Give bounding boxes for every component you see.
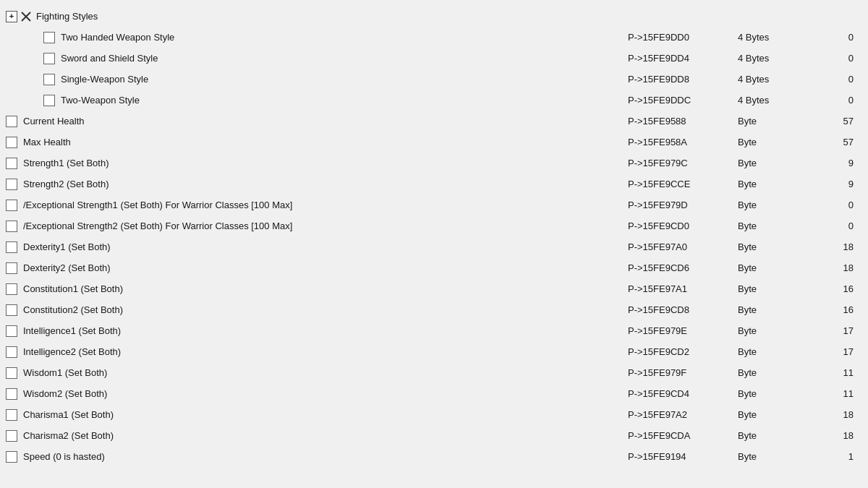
expand-icon[interactable]: + [6, 11, 17, 22]
checkbox[interactable] [43, 53, 55, 64]
row-address: P->15FE9CD0 [622, 216, 738, 236]
tree-row[interactable]: Two-Weapon Style P->15FE9DDC 4 Bytes 0 [0, 90, 868, 111]
row-type: 4 Bytes [738, 48, 810, 68]
row-label: Single-Weapon Style [58, 69, 622, 89]
row-type: Byte [738, 237, 810, 257]
row-address: P->15FE97A0 [622, 237, 738, 257]
row-label: Intelligence2 (Set Both) [20, 342, 622, 361]
row-value: 1 [810, 447, 868, 466]
checkbox[interactable] [6, 116, 17, 127]
row-type: Byte [738, 174, 810, 194]
row-value: 0 [810, 48, 868, 68]
checkbox[interactable] [6, 451, 17, 463]
tree-row[interactable]: Sword and Shield Style P->15FE9DD4 4 Byt… [0, 48, 868, 69]
row-value: 0 [810, 90, 868, 110]
row-address: P->15FE958A [622, 132, 738, 152]
tree-row[interactable]: Constitution2 (Set Both) P->15FE9CD8 Byt… [0, 299, 868, 320]
checkbox[interactable] [6, 325, 17, 337]
tree-row[interactable]: Intelligence2 (Set Both) P->15FE9CD2 Byt… [0, 341, 868, 362]
checkbox[interactable] [6, 241, 17, 253]
row-label: Current Health [20, 111, 622, 131]
tree-row[interactable]: Wisdom1 (Set Both) P->15FE979F Byte 11 [0, 362, 868, 383]
tree-row[interactable]: Wisdom2 (Set Both) P->15FE9CD4 Byte 11 [0, 383, 868, 404]
row-value: 0 [810, 216, 868, 236]
row-type: Byte [738, 363, 810, 382]
row-address: P->15FE9DD0 [622, 27, 738, 47]
checkbox[interactable] [6, 430, 17, 442]
row-value: 57 [810, 132, 868, 152]
tree-row[interactable]: Charisma1 (Set Both) P->15FE97A2 Byte 18 [0, 404, 868, 425]
tree-row[interactable]: Strength2 (Set Both) P->15FE9CCE Byte 9 [0, 174, 868, 194]
checkbox[interactable] [6, 158, 17, 169]
tree-row[interactable]: Charisma2 (Set Both) P->15FE9CDA Byte 18 [0, 425, 868, 446]
row-type: 4 Bytes [738, 27, 810, 47]
row-label: Dexterity2 (Set Both) [20, 258, 622, 278]
tree-row[interactable]: /Exceptional Strength1 (Set Both) For Wa… [0, 194, 868, 215]
row-address: P->15FE9CD8 [622, 300, 738, 320]
row-type: Byte [738, 342, 810, 361]
row-label: Sword and Shield Style [58, 48, 622, 68]
row-label: Charisma1 (Set Both) [20, 405, 622, 424]
row-value: 18 [810, 258, 868, 278]
row-address: P->15FE9CD4 [622, 384, 738, 403]
checkbox[interactable] [6, 283, 17, 295]
tree-row[interactable]: + Fighting Styles [0, 6, 868, 27]
row-label: Speed (0 is hasted) [20, 447, 622, 466]
tree-row[interactable]: Strength1 (Set Both) P->15FE979C Byte 9 [0, 153, 868, 174]
tree-row[interactable]: Max Health P->15FE958A Byte 57 [0, 132, 868, 153]
row-address: P->15FE979C [622, 153, 738, 173]
tree-row[interactable]: Dexterity1 (Set Both) P->15FE97A0 Byte 1… [0, 236, 868, 257]
row-value: 9 [810, 174, 868, 194]
checkbox[interactable] [43, 95, 55, 106]
row-address: P->15FE9CD6 [622, 258, 738, 278]
checkbox[interactable] [6, 179, 17, 190]
row-address: P->15FE979F [622, 363, 738, 382]
checkbox[interactable] [6, 367, 17, 379]
row-label: /Exceptional Strength1 (Set Both) For Wa… [20, 195, 622, 215]
checkbox[interactable] [6, 200, 17, 211]
row-type: Byte [738, 111, 810, 131]
row-label: Constitution1 (Set Both) [20, 279, 622, 299]
row-value: 0 [810, 69, 868, 89]
checkbox[interactable] [43, 74, 55, 85]
row-value: 17 [810, 342, 868, 361]
row-address: P->15FE97A1 [622, 279, 738, 299]
row-value: 18 [810, 237, 868, 257]
tree-row[interactable]: Dexterity2 (Set Both) P->15FE9CD6 Byte 1… [0, 257, 868, 278]
checkbox[interactable] [6, 221, 17, 232]
row-label: Strength2 (Set Both) [20, 174, 622, 194]
tree-row[interactable]: Intelligence1 (Set Both) P->15FE979E Byt… [0, 320, 868, 341]
checkbox[interactable] [6, 409, 17, 421]
tree-row[interactable]: Current Health P->15FE9588 Byte 57 [0, 111, 868, 132]
checkbox[interactable] [6, 262, 17, 274]
tree-row[interactable]: Two Handed Weapon Style P->15FE9DD0 4 By… [0, 27, 868, 48]
checkbox[interactable] [43, 32, 55, 43]
row-label: Max Health [20, 132, 622, 152]
row-type: Byte [738, 258, 810, 278]
row-address: P->15FE9DD4 [622, 48, 738, 68]
row-address: P->15FE9194 [622, 447, 738, 466]
row-label: /Exceptional Strength2 (Set Both) For Wa… [20, 216, 622, 236]
row-label: Two-Weapon Style [58, 90, 622, 110]
checkbox[interactable] [6, 388, 17, 400]
checkbox[interactable] [6, 137, 17, 148]
row-type: Byte [738, 426, 810, 445]
row-type: Byte [738, 153, 810, 173]
tree-row[interactable]: Single-Weapon Style P->15FE9DD8 4 Bytes … [0, 69, 868, 90]
checkbox[interactable] [6, 346, 17, 358]
row-type: Byte [738, 384, 810, 403]
row-type: Byte [738, 300, 810, 320]
row-value: 11 [810, 384, 868, 403]
row-value: 18 [810, 426, 868, 445]
row-label: Constitution2 (Set Both) [20, 300, 622, 320]
row-label: Wisdom2 (Set Both) [20, 384, 622, 403]
tree-row[interactable]: Speed (0 is hasted) P->15FE9194 Byte 1 [0, 446, 868, 467]
checkbox[interactable] [6, 304, 17, 316]
row-value: 0 [810, 195, 868, 215]
row-address: P->15FE9DD8 [622, 69, 738, 89]
tree-row[interactable]: Constitution1 (Set Both) P->15FE97A1 Byt… [0, 278, 868, 299]
close-icon[interactable] [19, 9, 33, 24]
row-address: P->15FE9CDA [622, 426, 738, 445]
tree-row[interactable]: /Exceptional Strength2 (Set Both) For Wa… [0, 215, 868, 236]
row-value: 57 [810, 111, 868, 131]
